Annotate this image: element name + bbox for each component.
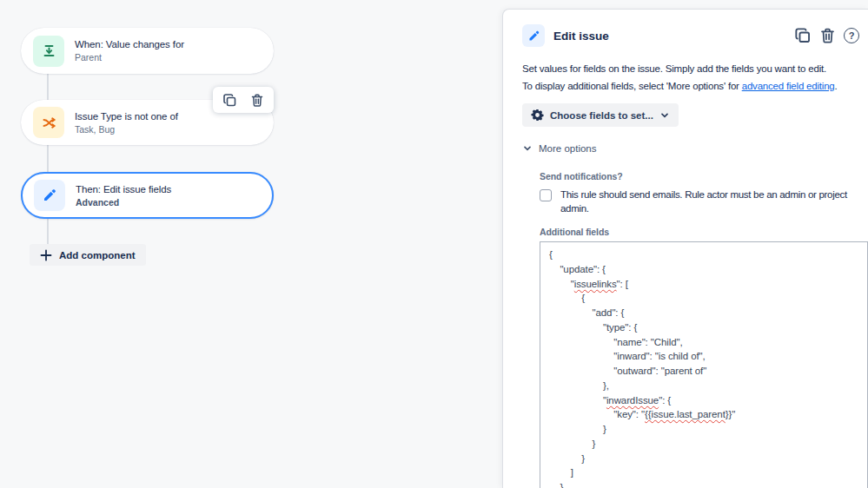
panel-more-fields-text: To display additional fields, select 'Mo… (522, 81, 861, 91)
more-options-section: Send notifications? This rule should sen… (540, 171, 861, 488)
send-emails-row: This rule should send emails. Rule actor… (540, 188, 861, 215)
connector-line (47, 74, 49, 100)
field-value-changed-icon (33, 36, 64, 67)
question-mark-icon: ? (844, 28, 859, 43)
shuffle-icon (33, 107, 64, 138)
chevron-down-icon (659, 110, 670, 121)
help-button[interactable]: ? (844, 28, 859, 43)
more-fields-prefix: To display additional fields, select 'Mo… (522, 81, 742, 91)
more-options-toggle[interactable]: More options (522, 143, 596, 154)
advanced-field-editing-link[interactable]: advanced field editing (742, 81, 835, 91)
rule-canvas: When: Value changes for Parent Issue Typ… (0, 0, 502, 488)
chevron-down-icon (522, 143, 533, 154)
component-editor-panel: Edit issue ? Set valu (502, 9, 868, 488)
send-emails-checkbox[interactable] (540, 189, 552, 201)
panel-title: Edit issue (553, 30, 609, 43)
component-title: When: Value changes for (75, 38, 184, 51)
choose-fields-button[interactable]: Choose fields to set... (522, 103, 679, 127)
send-notifications-label: Send notifications? (540, 171, 861, 181)
panel-intro-text: Set values for fields on the issue. Simp… (522, 63, 861, 74)
delete-action-button[interactable] (819, 27, 836, 44)
jira-automation-rule-builder: { "colors": { "canvas_bg": "#f7f8f9", "s… (0, 0, 868, 488)
more-options-label: More options (539, 143, 596, 154)
component-subtitle: Parent (75, 51, 184, 63)
component-title: Issue Type is not one of (75, 110, 178, 123)
duplicate-action-button[interactable] (794, 27, 812, 44)
connector-line (47, 219, 49, 244)
panel-actions: ? (794, 27, 859, 44)
pencil-icon (522, 24, 545, 47)
add-component-button[interactable]: Add component (30, 244, 146, 266)
plus-icon (40, 249, 52, 261)
component-title: Then: Edit issue fields (76, 183, 171, 196)
rule-component-trigger[interactable]: When: Value changes for Parent (21, 28, 274, 74)
connector-line (47, 145, 49, 172)
rule-component-action[interactable]: Then: Edit issue fields Advanced (21, 172, 274, 219)
gear-icon (531, 109, 544, 122)
panel-header: Edit issue ? (522, 24, 861, 47)
component-subtitle: Advanced (76, 196, 171, 208)
choose-fields-label: Choose fields to set... (550, 110, 653, 121)
component-hover-toolbar (213, 87, 274, 113)
additional-fields-textarea[interactable]: { "update": { "issuelinks": [ { "add": {… (540, 241, 868, 488)
send-emails-checkbox-label: This rule should send emails. Rule actor… (560, 188, 861, 215)
additional-fields-label: Additional fields (540, 227, 861, 237)
pencil-icon (34, 180, 65, 211)
delete-component-button[interactable] (250, 93, 264, 108)
more-fields-suffix: . (835, 81, 838, 91)
component-subtitle: Task, Bug (75, 123, 178, 135)
add-component-label: Add component (59, 250, 136, 260)
duplicate-component-button[interactable] (222, 93, 237, 108)
